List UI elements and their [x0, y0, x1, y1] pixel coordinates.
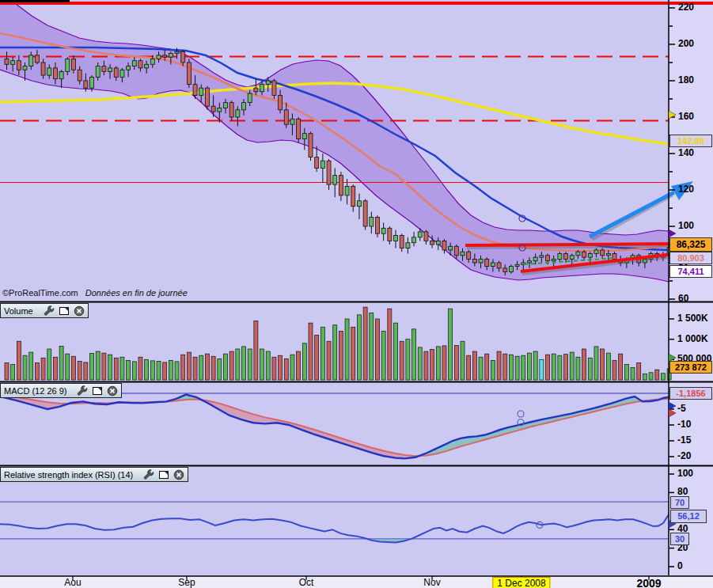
wrench-icon[interactable] — [44, 305, 55, 317]
rsi-panel-header[interactable]: Relative strength index (RSI) (14) — [0, 467, 188, 482]
price-y-tick-label: 160 — [678, 111, 694, 122]
macd-y-tick-label: -20 — [677, 450, 691, 461]
support-value-box: 74,411 — [669, 265, 712, 278]
close-icon[interactable] — [74, 305, 85, 317]
volume-panel-header[interactable]: Volume — [0, 303, 89, 318]
close-icon[interactable] — [107, 385, 118, 396]
macd-panel-title: MACD (12 26 9) — [4, 386, 66, 396]
volume-panel-title: Volume — [4, 306, 33, 316]
time-axis: Aou Sep Oct Nov 1 Dec 2008 2009 — [0, 577, 713, 588]
new-window-icon[interactable] — [158, 469, 169, 480]
volume-value-box: 273 872 — [669, 361, 712, 374]
price-y-tick-label: 60 — [678, 293, 688, 304]
rsi-panel-title: Relative strength index (RSI) (14) — [4, 470, 133, 480]
price-y-tick-label: 100 — [678, 220, 694, 231]
new-window-icon[interactable] — [59, 305, 70, 317]
price-y-tick-label: 140 — [678, 147, 694, 158]
month-label-oct: Oct — [299, 577, 314, 588]
macd-y-tick-label: -15 — [677, 434, 691, 446]
macd-y-tick-label: -10 — [677, 419, 691, 430]
close-icon[interactable] — [173, 469, 184, 480]
price-y-tick-label: 180 — [678, 74, 694, 85]
resistance-value-box: 86,325 — [669, 237, 712, 252]
rsi-overbought-box: 70 — [670, 496, 689, 509]
brand-text: ©ProRealTime.com — [2, 288, 78, 298]
month-label-nov: Nov — [423, 577, 440, 588]
copyright-line: ©ProRealTime.com Données en fin de journ… — [2, 288, 188, 298]
price-y-tick-label: 200 — [678, 38, 694, 49]
rsi-value-box: 56,12 — [670, 510, 707, 523]
price-y-tick-label: 120 — [678, 184, 694, 195]
last-price-box: 80,903 — [669, 252, 712, 264]
data-note-text: Données en fin de journée — [85, 288, 188, 298]
highlighted-date-label: 1 Dec 2008 — [492, 577, 550, 588]
rsi-y-tick-label: 0 — [677, 560, 683, 571]
prorealtime-chart-window: ©ProRealTime.com Données en fin de journ… — [0, 0, 713, 588]
macd-value-box: -1,1856 — [669, 387, 712, 400]
month-label-sep: Sep — [178, 577, 195, 588]
macd-y-tick-label: -5 — [677, 403, 686, 414]
macd-panel-header[interactable]: MACD (12 26 9) — [0, 383, 122, 398]
volume-y-tick-label: 1 500K — [677, 313, 708, 324]
yellow-ma-value-box: 142,88 — [669, 135, 712, 147]
rsi-oversold-box: 30 — [670, 533, 689, 545]
new-window-icon[interactable] — [92, 385, 103, 396]
rsi-y-tick-label: 100 — [677, 468, 693, 479]
price-y-tick-label: 220 — [678, 2, 694, 13]
wrench-icon[interactable] — [143, 469, 154, 480]
month-label-aug: Aou — [64, 577, 81, 588]
year-label: 2009 — [636, 577, 661, 588]
volume-y-tick-label: 1 000K — [677, 333, 708, 344]
resistance-line — [465, 244, 673, 245]
wrench-icon[interactable] — [77, 385, 88, 396]
